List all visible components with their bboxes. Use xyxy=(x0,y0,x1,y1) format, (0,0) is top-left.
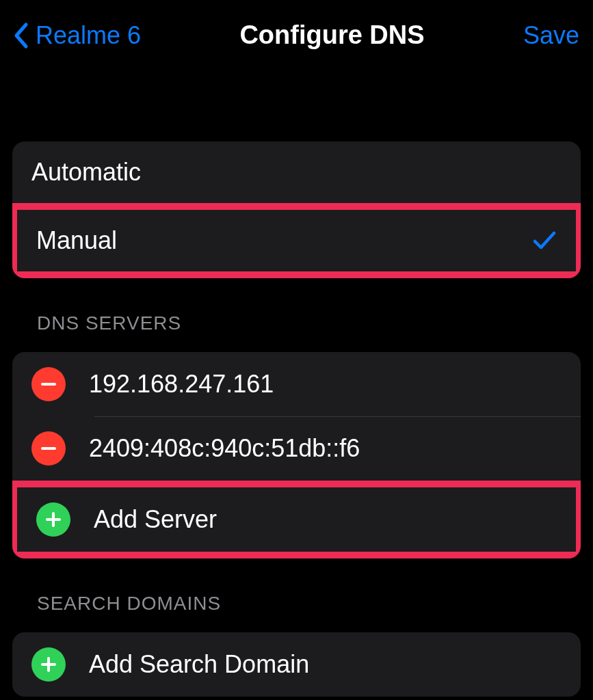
dns-servers-group: 192.168.247.161 2409:408c:940c:51db::f6 … xyxy=(12,352,581,558)
dns-server-value: 192.168.247.161 xyxy=(89,370,274,399)
dns-server-row[interactable]: 192.168.247.161 xyxy=(12,352,581,416)
add-search-domain-row[interactable]: Add Search Domain xyxy=(12,632,581,697)
mode-automatic-label: Automatic xyxy=(31,158,141,187)
back-button[interactable]: Realme 6 xyxy=(7,21,141,50)
add-search-domain-button[interactable] xyxy=(31,647,66,682)
search-domains-header: SEARCH DOMAINS xyxy=(12,558,581,624)
add-server-label: Add Server xyxy=(94,505,217,534)
dns-servers-header: DNS SERVERS xyxy=(12,278,581,344)
minus-icon xyxy=(40,375,57,393)
header: Realme 6 Configure DNS Save xyxy=(0,0,593,70)
remove-server-button[interactable] xyxy=(31,367,66,401)
plus-icon xyxy=(44,511,62,528)
minus-icon xyxy=(40,440,57,457)
remove-server-button[interactable] xyxy=(31,431,66,466)
dns-server-row[interactable]: 2409:408c:940c:51db::f6 xyxy=(12,416,581,481)
back-label: Realme 6 xyxy=(36,21,141,50)
dns-servers-section: DNS SERVERS 192.168.247.161 2409:408c:94… xyxy=(12,278,581,558)
mode-manual-row[interactable]: Manual xyxy=(17,210,576,271)
add-search-domain-label: Add Search Domain xyxy=(89,650,309,679)
mode-manual-label: Manual xyxy=(36,226,117,255)
add-server-button[interactable] xyxy=(36,502,70,537)
dns-mode-section: Automatic Manual xyxy=(12,142,581,278)
highlight-box: Manual xyxy=(12,203,581,278)
mode-group: Automatic Manual xyxy=(12,142,581,278)
plus-icon xyxy=(40,656,57,673)
dns-server-value: 2409:408c:940c:51db::f6 xyxy=(89,434,360,463)
add-server-row[interactable]: Add Server xyxy=(17,487,576,552)
search-domains-section: SEARCH DOMAINS Add Search Domain xyxy=(12,558,581,697)
page-title: Configure DNS xyxy=(239,21,424,50)
search-domains-group: Add Search Domain xyxy=(12,632,581,697)
mode-automatic-row[interactable]: Automatic xyxy=(12,142,581,203)
highlight-box: Add Server xyxy=(12,481,581,558)
save-button[interactable]: Save xyxy=(523,21,579,50)
chevron-left-icon xyxy=(12,22,29,49)
checkmark-icon xyxy=(532,228,557,253)
